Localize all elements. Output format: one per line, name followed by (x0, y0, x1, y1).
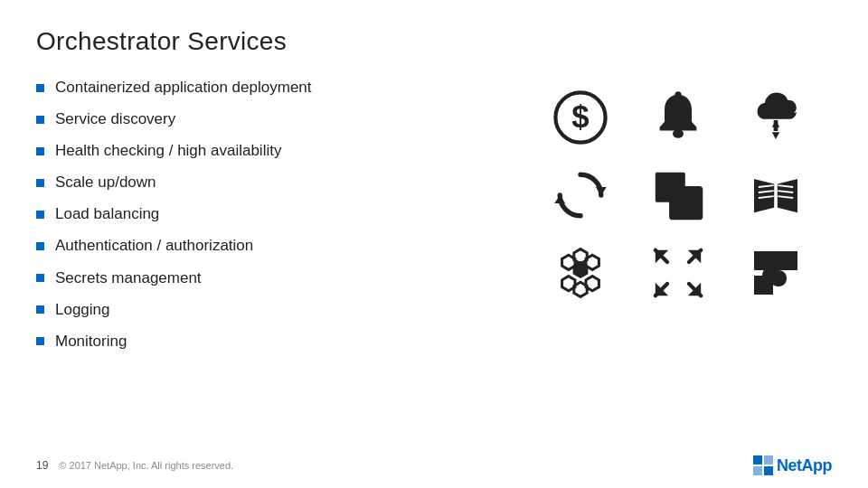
svg-marker-24 (586, 277, 599, 291)
bullet-square-8 (36, 337, 44, 345)
bullet-list: Containerized application deploymentServ… (36, 78, 524, 363)
netapp-squares (753, 455, 773, 475)
sq-blue-1 (753, 455, 762, 465)
bullet-text-2: Health checking / high availability (55, 141, 281, 161)
svg-point-3 (675, 91, 681, 98)
bullet-square-7 (36, 305, 44, 314)
svg-marker-8 (554, 195, 565, 203)
cluster-icon (550, 242, 611, 304)
bullet-item-6: Secrets management (36, 268, 524, 288)
bullet-item-7: Logging (36, 300, 524, 320)
expand-icon (647, 242, 709, 304)
svg-rect-11 (671, 188, 701, 218)
svg-marker-25 (562, 277, 575, 291)
netapp-logo: NetApp (753, 455, 832, 475)
svg-rect-5 (774, 120, 778, 131)
bullet-item-5: Authentication / authorization (36, 236, 524, 256)
svg-marker-22 (586, 255, 599, 269)
svg-marker-23 (562, 255, 575, 269)
bullet-square-5 (36, 242, 44, 250)
bullet-item-4: Load balancing (36, 204, 524, 224)
bullet-square-6 (36, 274, 44, 282)
svg-text:$: $ (571, 99, 589, 134)
bullet-item-2: Health checking / high availability (36, 141, 524, 161)
footer: 19 © 2017 NetApp, Inc. All rights reserv… (36, 455, 832, 475)
netapp-text: NetApp (777, 456, 832, 475)
slide: Orchestrator Services Containerized appl… (0, 0, 868, 488)
bullet-text-5: Authentication / authorization (55, 236, 253, 256)
svg-marker-7 (596, 187, 607, 195)
bullet-text-1: Service discovery (55, 109, 175, 129)
icons-area: $ (524, 78, 832, 363)
bullet-item-0: Containerized application deployment (36, 78, 524, 98)
puzzle-icon (745, 242, 807, 304)
footer-left: 19 © 2017 NetApp, Inc. All rights reserv… (36, 459, 233, 472)
svg-marker-6 (772, 132, 779, 139)
sq-blue-2 (764, 466, 773, 475)
svg-point-2 (673, 129, 684, 138)
cloud-upload-icon (745, 87, 807, 148)
bullet-text-6: Secrets management (55, 268, 202, 288)
icon-row-2 (550, 164, 807, 226)
bullet-item-1: Service discovery (36, 109, 524, 129)
bullet-text-3: Scale up/down (55, 173, 156, 192)
content-area: Containerized application deploymentServ… (36, 78, 832, 363)
bullet-square-0 (36, 84, 44, 92)
bullet-item-8: Monitoring (36, 332, 524, 352)
bullet-square-3 (36, 179, 44, 187)
bullet-item-3: Scale up/down (36, 173, 524, 192)
bullet-text-0: Containerized application deployment (55, 78, 312, 98)
page-number: 19 (36, 459, 48, 472)
page-title: Orchestrator Services (36, 27, 832, 56)
bullet-square-2 (36, 147, 44, 155)
bullet-text-7: Logging (55, 300, 110, 320)
icon-row-3 (550, 242, 807, 304)
bullet-square-1 (36, 116, 44, 124)
refresh-icon (550, 164, 611, 226)
sq-lt-2 (753, 466, 762, 475)
book-icon (745, 164, 807, 226)
sq-lt-1 (764, 455, 773, 465)
bell-icon (647, 87, 709, 148)
bullet-square-4 (36, 211, 44, 219)
copyright: © 2017 NetApp, Inc. All rights reserved. (59, 460, 233, 471)
bullet-text-8: Monitoring (55, 332, 127, 352)
bullet-text-4: Load balancing (55, 204, 159, 224)
dollar-icon: $ (550, 87, 611, 148)
svg-rect-12 (774, 183, 778, 209)
icon-row-1: $ (550, 87, 807, 148)
layers-icon (647, 164, 709, 226)
